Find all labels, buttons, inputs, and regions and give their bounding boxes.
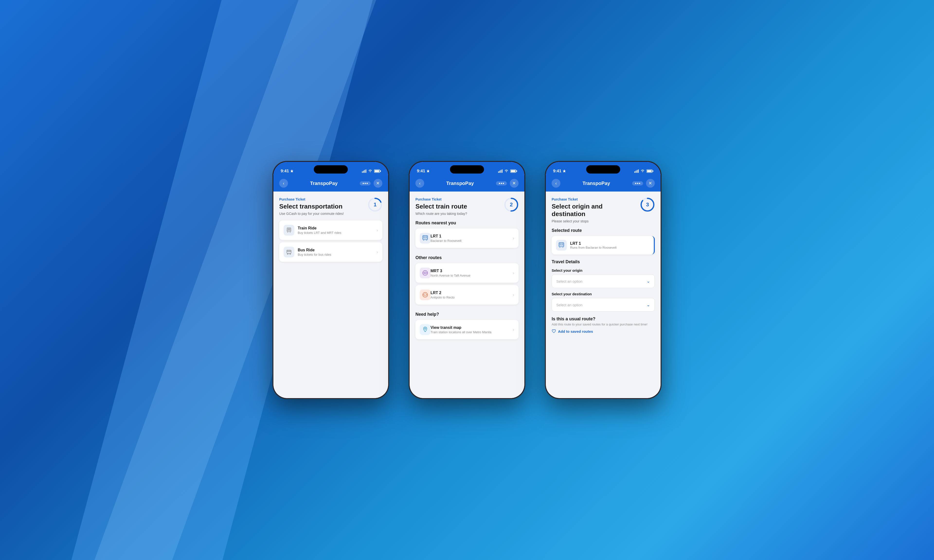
mrt3-subtitle: North Avenue to Taft Avenue (430, 274, 513, 277)
train-icon (284, 225, 294, 235)
more-button-1[interactable] (360, 181, 371, 185)
nearest-routes-section: Routes nearest you (410, 215, 524, 248)
svg-rect-4 (365, 169, 366, 173)
location-icon-3 (563, 169, 566, 173)
selected-route-section: Selected route (546, 223, 661, 254)
train-chevron: › (376, 228, 378, 233)
step-title-1: Select transportation (279, 203, 364, 210)
lrt1-item[interactable]: LRT 1 Baclaran to Roosevelt › (415, 228, 519, 248)
lrt2-text: LRT 2 Antipolo to Recto (430, 291, 513, 299)
selected-route-card: LRT 1 Runs from Baclaran to Roosevelt (552, 236, 655, 254)
app-title-2: TranspoPay (446, 181, 474, 186)
location-icon-1 (290, 169, 293, 173)
nav-left-3: ‹ (552, 179, 560, 188)
usual-route-desc: Add this route to your saved routes for … (552, 323, 655, 326)
status-icons-1 (362, 169, 381, 173)
destination-dropdown[interactable]: Select an option ⌄ (552, 298, 655, 312)
svg-rect-27 (501, 170, 501, 173)
destination-label: Select your destination (552, 292, 655, 296)
app-title-1: TranspoPay (310, 181, 338, 186)
phone-3: 9:41 ‹ TranspoPay (545, 161, 661, 399)
back-button-3[interactable]: ‹ (552, 179, 560, 188)
mrt3-svg (422, 270, 428, 276)
svg-rect-48 (634, 171, 635, 173)
step-header-3: Purchase Ticket Select origin and destin… (546, 192, 661, 223)
step-title-3: Select origin and destination (552, 203, 636, 218)
transit-map-item[interactable]: View transit map Train station locations… (415, 320, 519, 339)
other-routes-section: Other routes MRT 3 (410, 250, 524, 305)
selected-lrt1-svg (558, 242, 564, 248)
time-2: 9:41 (417, 169, 430, 174)
train-item-subtitle: Buy tickets LRT and MRT rides (298, 231, 376, 235)
purchase-label-2: Purchase Ticket (415, 197, 500, 201)
travel-details-section: Travel Details Select your origin Select… (546, 254, 661, 312)
content-2: Purchase Ticket Select train route Which… (410, 192, 524, 398)
train-ride-item[interactable]: Train Ride Buy tickets LRT and MRT rides… (279, 220, 382, 240)
lrt1-icon (420, 233, 430, 243)
lrt1-svg (422, 235, 428, 242)
svg-rect-22 (288, 250, 288, 251)
nav-left-1: ‹ (279, 179, 288, 188)
map-svg (422, 326, 428, 333)
status-icons-3 (634, 169, 653, 173)
dynamic-island-3 (586, 165, 620, 174)
content-1: Purchase Ticket Select transportation Us… (273, 192, 388, 398)
svg-rect-3 (364, 170, 365, 173)
app-title-3: TranspoPay (583, 181, 610, 186)
bus-item-subtitle: Buy tickets for bus rides (298, 253, 376, 257)
add-saved-routes-btn[interactable]: Add to saved routes (552, 329, 655, 334)
svg-rect-2 (363, 171, 364, 173)
more-button-3[interactable] (632, 181, 643, 185)
nav-left-2: ‹ (415, 179, 424, 188)
close-button-1[interactable]: ✕ (374, 179, 382, 188)
svg-point-43 (424, 294, 426, 296)
svg-rect-12 (289, 228, 290, 230)
transit-map-title: View transit map (430, 325, 513, 330)
bus-svg (286, 249, 292, 255)
nav-right-2: ✕ (496, 179, 519, 188)
mrt3-item[interactable]: MRT 3 North Avenue to Taft Avenue › (415, 263, 519, 283)
step-header-2: Purchase Ticket Select train route Which… (410, 192, 524, 215)
lrt2-item[interactable]: LRT 2 Antipolo to Recto › (415, 285, 519, 305)
signal-icon-2 (498, 169, 502, 173)
svg-marker-0 (290, 169, 293, 172)
lrt1-title: LRT 1 (430, 234, 513, 238)
train-item-text: Train Ride Buy tickets LRT and MRT rides (298, 226, 376, 235)
svg-rect-25 (498, 171, 499, 173)
svg-rect-11 (288, 228, 289, 230)
svg-rect-51 (638, 169, 639, 173)
svg-rect-34 (423, 235, 428, 240)
step-text-2: Purchase Ticket Select train route Which… (415, 197, 500, 215)
svg-point-46 (424, 328, 426, 329)
step-circle-1: 1 (368, 197, 382, 212)
close-button-3[interactable]: ✕ (646, 179, 655, 188)
close-button-2[interactable]: ✕ (510, 179, 519, 188)
travel-details-label: Travel Details (552, 259, 655, 265)
selected-route-desc: Runs from Baclaran to Roosevelt (570, 246, 649, 249)
transit-map-chevron: › (513, 327, 514, 332)
svg-rect-35 (424, 236, 425, 237)
svg-rect-6 (375, 170, 379, 172)
origin-dropdown[interactable]: Select an option ⌄ (552, 274, 655, 288)
lrt1-text: LRT 1 Baclaran to Roosevelt (430, 234, 513, 243)
dynamic-island-2 (450, 165, 484, 174)
heart-icon (552, 329, 556, 334)
svg-rect-57 (559, 243, 564, 247)
step-circle-3: 3 (640, 197, 655, 212)
bus-item-text: Bus Ride Buy tickets for bus rides (298, 248, 376, 257)
transport-list: Train Ride Buy tickets LRT and MRT rides… (273, 215, 388, 262)
map-icon (420, 324, 430, 335)
phone-1: 9:41 ‹ TranspoPay (273, 161, 389, 399)
lrt1-chevron: › (513, 236, 514, 241)
more-button-2[interactable] (496, 181, 507, 185)
bus-ride-item[interactable]: Bus Ride Buy tickets for bus rides › (279, 242, 382, 262)
step-header-1: Purchase Ticket Select transportation Us… (273, 192, 388, 215)
wifi-icon-3 (641, 169, 644, 173)
back-button-1[interactable]: ‹ (279, 179, 288, 188)
bus-item-title: Bus Ride (298, 248, 376, 252)
svg-rect-31 (516, 171, 517, 172)
step-number-2: 2 (510, 202, 513, 208)
mrt3-chevron: › (513, 271, 514, 275)
step-text-3: Purchase Ticket Select origin and destin… (552, 197, 636, 223)
back-button-2[interactable]: ‹ (415, 179, 424, 188)
